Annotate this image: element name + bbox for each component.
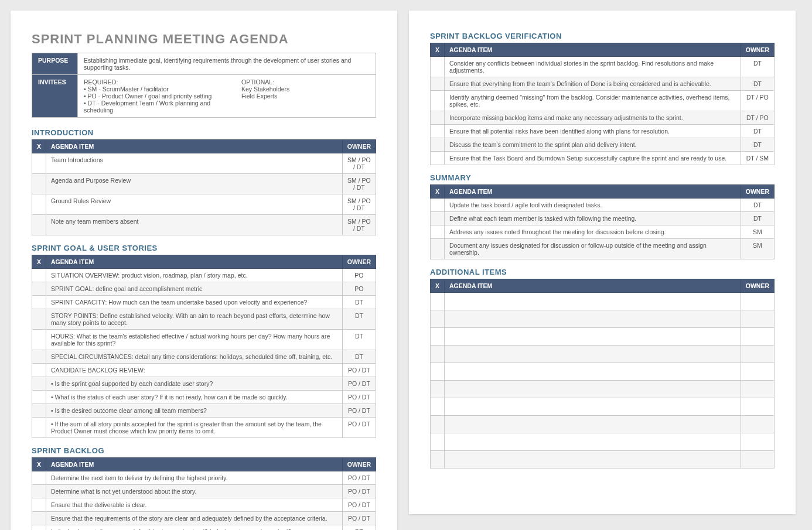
item-cell: Ensure that everything from the team's D… [445, 77, 741, 91]
item-cell: Ground Rules Review [46, 194, 343, 215]
item-cell: Define what each team member is tasked w… [445, 212, 741, 225]
checkbox-cell[interactable] [431, 225, 445, 239]
backlog-table: XAGENDA ITEMOWNERDetermine the next item… [32, 457, 376, 530]
table-row [431, 433, 775, 451]
checkbox-cell[interactable] [431, 152, 445, 165]
owner-cell: DT / SM [741, 152, 774, 165]
section-title-goal: SPRINT GOAL & USER STORIES [32, 244, 376, 252]
owner-cell: DT [741, 125, 774, 138]
page-2: SPRINT BACKLOG VERIFICATION XAGENDA ITEM… [409, 11, 796, 514]
checkbox-cell[interactable] [32, 364, 46, 377]
checkbox-cell[interactable] [32, 498, 46, 512]
checkbox-cell[interactable] [32, 215, 46, 235]
col-x: X [431, 185, 445, 199]
owner-cell: PO / DT [342, 377, 376, 391]
checkbox-cell[interactable] [32, 377, 46, 391]
optional-header: OPTIONAL: [241, 78, 370, 86]
additional-table: XAGENDA ITEMOWNER [430, 279, 775, 469]
checkbox-cell[interactable] [431, 346, 445, 363]
table-row: • What is the status of each user story?… [32, 391, 376, 404]
checkbox-cell[interactable] [431, 125, 445, 138]
checkbox-cell[interactable] [32, 404, 46, 418]
col-x: X [32, 255, 46, 269]
owner-cell: DT [741, 199, 774, 212]
owner-cell: DT [741, 57, 774, 77]
checkbox-cell[interactable] [32, 471, 46, 485]
owner-cell: PO / DT [342, 471, 376, 485]
checkbox-cell[interactable] [32, 194, 46, 215]
required-line: • SM - ScrumMaster / facilitator [84, 86, 212, 93]
owner-cell: PO / DT [342, 404, 376, 418]
col-item: AGENDA ITEM [445, 185, 741, 199]
checkbox-cell[interactable] [431, 398, 445, 416]
optional-line: Key Stakeholders [241, 86, 370, 93]
section-title-additional: ADDITIONAL ITEMS [430, 268, 775, 276]
table-row [431, 451, 775, 469]
item-cell: Ensure that the requirements of the stor… [46, 512, 343, 525]
table-row: CANDIDATE BACKLOG REVIEW:PO / DT [32, 364, 376, 377]
owner-cell: SM [741, 239, 774, 259]
table-row [431, 398, 775, 416]
owner-cell: PO / DT [342, 418, 376, 438]
table-row: SITUATION OVERVIEW: product vision, road… [32, 269, 376, 282]
checkbox-cell[interactable] [431, 451, 445, 469]
table-row: Agenda and Purpose ReviewSM / PO / DT [32, 174, 376, 194]
checkbox-cell[interactable] [431, 91, 445, 111]
item-cell: Identify anything deemed "missing" from … [445, 91, 741, 111]
checkbox-cell[interactable] [32, 174, 46, 194]
table-row: • Is the sprint goal supported by each c… [32, 377, 376, 391]
item-cell [445, 328, 741, 346]
checkbox-cell[interactable] [32, 485, 46, 498]
owner-cell: SM [741, 225, 774, 239]
table-row: Note any team members absentSM / PO / DT [32, 215, 376, 235]
checkbox-cell[interactable] [32, 296, 46, 309]
item-cell [445, 416, 741, 433]
checkbox-cell[interactable] [431, 77, 445, 91]
required-line: • DT - Development Team / Work planning … [84, 100, 212, 114]
checkbox-cell[interactable] [431, 293, 445, 310]
checkbox-cell[interactable] [32, 309, 46, 330]
table-row: Team IntroductionsSM / PO / DT [32, 153, 376, 174]
checkbox-cell[interactable] [32, 330, 46, 350]
checkbox-cell[interactable] [32, 525, 46, 531]
item-cell [445, 451, 741, 469]
checkbox-cell[interactable] [431, 310, 445, 328]
checkbox-cell[interactable] [32, 269, 46, 282]
owner-cell: PO [342, 269, 376, 282]
item-cell [445, 310, 741, 328]
table-row [431, 381, 775, 398]
table-row [431, 310, 775, 328]
checkbox-cell[interactable] [431, 57, 445, 77]
checkbox-cell[interactable] [32, 153, 46, 174]
checkbox-cell[interactable] [32, 418, 46, 438]
invitees-label: INVITEES [32, 75, 78, 118]
item-cell [445, 346, 741, 363]
item-cell: • Is the desired outcome clear among all… [46, 404, 343, 418]
owner-cell: DT [342, 350, 376, 364]
checkbox-cell[interactable] [431, 328, 445, 346]
owner-cell [741, 346, 774, 363]
checkbox-cell[interactable] [32, 512, 46, 525]
item-cell: STORY POINTS: Define established velocit… [46, 309, 343, 330]
owner-cell: PO [342, 282, 376, 296]
checkbox-cell[interactable] [32, 391, 46, 404]
owner-cell: DT [342, 309, 376, 330]
checkbox-cell[interactable] [431, 199, 445, 212]
checkbox-cell[interactable] [431, 138, 445, 152]
purpose-text: Establishing immediate goal, identifying… [78, 53, 376, 75]
checkbox-cell[interactable] [431, 363, 445, 381]
checkbox-cell[interactable] [32, 350, 46, 364]
checkbox-cell[interactable] [32, 282, 46, 296]
owner-cell [741, 398, 774, 416]
checkbox-cell[interactable] [431, 433, 445, 451]
table-row [431, 293, 775, 310]
optional-line: Field Experts [241, 93, 370, 100]
section-title-verification: SPRINT BACKLOG VERIFICATION [430, 32, 775, 40]
checkbox-cell[interactable] [431, 212, 445, 225]
checkbox-cell[interactable] [431, 416, 445, 433]
checkbox-cell[interactable] [431, 111, 445, 125]
checkbox-cell[interactable] [431, 239, 445, 259]
checkbox-cell[interactable] [431, 381, 445, 398]
item-cell: HOURS: What is the team's established ef… [46, 330, 343, 350]
col-x: X [32, 458, 46, 471]
